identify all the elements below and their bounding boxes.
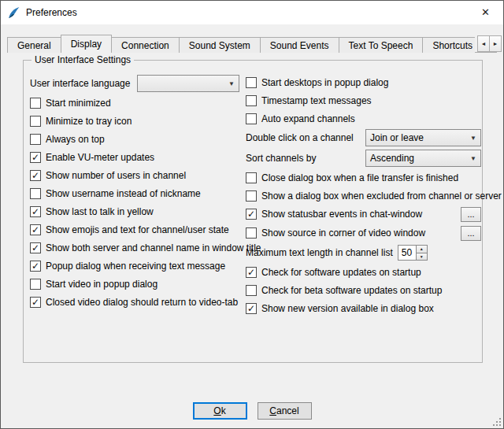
- double-click-label: Double click on a channel: [246, 132, 354, 143]
- sort-channels-select[interactable]: Ascending ▼: [365, 150, 481, 167]
- checkbox-user-count[interactable]: ✓Show number of users in channel: [30, 166, 239, 184]
- checkbox-new-version-dialog[interactable]: ✓Show new version available in dialog bo…: [246, 299, 481, 317]
- sort-channels-row: Sort channels by Ascending ▼: [246, 148, 481, 168]
- close-icon[interactable]: ✕: [468, 1, 503, 24]
- checkbox-box[interactable]: [246, 95, 257, 106]
- checkbox-vu-meter[interactable]: ✓Enable VU-meter updates: [30, 148, 239, 166]
- dialog-footer: Ok Cancel: [1, 402, 503, 420]
- sort-channels-label: Sort channels by: [246, 153, 316, 164]
- checkbox-box[interactable]: ✓: [246, 209, 257, 220]
- tab-general[interactable]: General: [7, 37, 61, 53]
- checkbox-box[interactable]: ✓: [30, 170, 41, 181]
- titlebar[interactable]: Preferences ✕: [1, 1, 503, 24]
- checkbox-username-instead-nickname[interactable]: Show username instead of nickname: [30, 184, 239, 202]
- checkbox-box[interactable]: [30, 279, 41, 290]
- app-logo-icon: [7, 6, 20, 20]
- checkbox-desktops-popup[interactable]: Start desktops in popup dialog: [246, 73, 481, 91]
- double-click-row: Double click on a channel Join or leave …: [246, 128, 481, 148]
- checkbox-server-channel-in-title[interactable]: ✓Show both server and channel name in wi…: [30, 239, 239, 257]
- cancel-button[interactable]: Cancel: [258, 402, 312, 420]
- checkbox-emojis-text-state[interactable]: ✓Show emojis and text for channel/user s…: [30, 220, 239, 239]
- statusbar-events-more-button[interactable]: ...: [461, 207, 481, 222]
- tab-connection[interactable]: Connection: [111, 37, 180, 53]
- user-interface-settings-group: User Interface Settings User interface l…: [23, 60, 483, 363]
- checkbox-box[interactable]: [246, 227, 257, 239]
- max-text-length-row: Maximum text length in channel list 50 ▲…: [246, 242, 481, 263]
- checkbox-box[interactable]: [246, 285, 257, 296]
- checkbox-always-on-top[interactable]: Always on top: [30, 130, 239, 148]
- checkbox-box[interactable]: [30, 134, 41, 145]
- spin-down-icon[interactable]: ▼: [416, 253, 428, 261]
- statusbar-events-row: ✓ Show statusbar events in chat-window .…: [246, 205, 481, 224]
- checkbox-box[interactable]: [246, 172, 257, 183]
- chevron-down-icon: ▼: [466, 155, 480, 162]
- tab-shortcuts[interactable]: Shortcuts: [422, 37, 475, 53]
- video-source-more-button[interactable]: ...: [461, 226, 481, 241]
- checkbox-box[interactable]: ✓: [30, 261, 41, 272]
- checkbox-box[interactable]: ✓: [30, 206, 41, 217]
- checkbox-video-popup[interactable]: Start video in popup dialog: [30, 275, 239, 293]
- language-row: User interface language ▼: [30, 73, 239, 94]
- double-click-select[interactable]: Join or leave ▼: [365, 129, 481, 146]
- checkbox-closed-video-return[interactable]: ✓Closed video dialog should return to vi…: [30, 293, 239, 311]
- checkbox-auto-expand-channels[interactable]: Auto expand channels: [246, 109, 481, 128]
- checkbox-start-minimized[interactable]: Start minimized: [30, 94, 239, 112]
- checkbox-last-to-talk-yellow[interactable]: ✓Show last to talk in yellow: [30, 202, 239, 220]
- tab-scrollers: ◄ ►: [478, 35, 502, 52]
- video-source-row: Show source in corner of video window ..…: [246, 224, 481, 242]
- checkbox-box[interactable]: [30, 98, 41, 109]
- chevron-down-icon: ▼: [466, 135, 480, 142]
- max-text-length-label: Maximum text length in channel list: [246, 247, 393, 258]
- checkbox-box[interactable]: ✓: [30, 242, 41, 253]
- checkbox-popup-text-message[interactable]: ✓Popup dialog when receiving text messag…: [30, 257, 239, 275]
- tab-text-to-speech[interactable]: Text To Speech: [339, 37, 424, 53]
- right-column: Start desktops in popup dialog Timestamp…: [246, 73, 481, 317]
- checkbox-box[interactable]: ✓: [30, 297, 41, 308]
- checkbox-box[interactable]: ✓: [246, 267, 257, 278]
- preferences-dialog: Preferences ✕ General Display Connection…: [0, 0, 504, 429]
- language-select[interactable]: ▼: [137, 75, 239, 92]
- checkbox-box[interactable]: ✓: [30, 152, 41, 163]
- checkbox-check-beta-updates[interactable]: Check for beta software updates on start…: [246, 281, 481, 299]
- tab-display[interactable]: Display: [61, 35, 112, 53]
- tab-sound-events[interactable]: Sound Events: [260, 37, 339, 53]
- checkbox-dialog-when-excluded[interactable]: Show a dialog box when excluded from cha…: [246, 187, 481, 205]
- checkbox-box[interactable]: [246, 190, 257, 202]
- tab-scroll-left-icon[interactable]: ◄: [477, 35, 490, 52]
- language-label: User interface language: [30, 78, 130, 89]
- tab-bar: General Display Connection Sound System …: [7, 35, 475, 53]
- chevron-down-icon: ▼: [224, 80, 239, 87]
- group-title: User Interface Settings: [32, 54, 134, 65]
- ok-button[interactable]: Ok: [193, 402, 247, 420]
- window-title: Preferences: [26, 7, 77, 18]
- max-text-length-value[interactable]: 50: [398, 245, 417, 261]
- checkbox-check-updates[interactable]: ✓Check for software updates on startup: [246, 263, 481, 281]
- tab-scroll-right-icon[interactable]: ►: [489, 35, 502, 52]
- checkbox-close-on-transfer-finished[interactable]: Close dialog box when a file transfer is…: [246, 168, 481, 187]
- resize-grip[interactable]: [491, 416, 502, 427]
- max-text-length-spinner: 50 ▲ ▼: [398, 245, 428, 261]
- checkbox-box[interactable]: ✓: [30, 224, 41, 235]
- left-column: User interface language ▼ Start minimize…: [30, 73, 239, 311]
- tab-sound-system[interactable]: Sound System: [179, 37, 261, 53]
- checkbox-box[interactable]: [30, 116, 41, 127]
- checkbox-timestamp-messages[interactable]: Timestamp text messages: [246, 91, 481, 109]
- checkbox-box[interactable]: ✓: [246, 303, 257, 314]
- checkbox-box[interactable]: [246, 77, 257, 88]
- checkbox-box[interactable]: [246, 113, 257, 124]
- checkbox-box[interactable]: [30, 188, 41, 199]
- checkbox-minimize-to-tray[interactable]: Minimize to tray icon: [30, 112, 239, 130]
